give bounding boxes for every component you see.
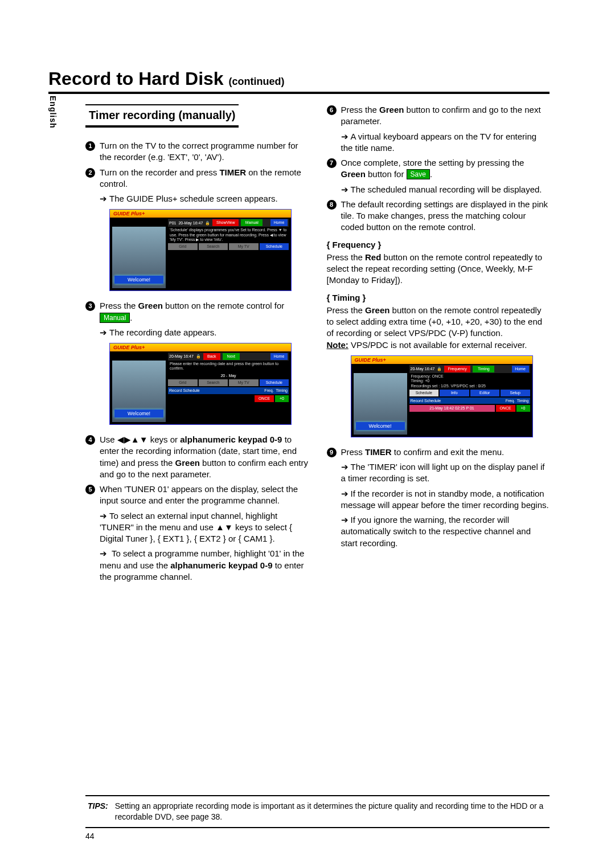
step-bullet: 5	[85, 485, 95, 494]
right-column: 6 Press the Green button to confirm and …	[327, 104, 550, 586]
right-pane: P01 20-May 16:47 🔒 ShowView Manual Home …	[168, 219, 289, 289]
step-7: 7 Once complete, store the setting by pr…	[327, 157, 550, 181]
record-schedule-bar: Record Schedule Freq. Timing	[409, 398, 530, 404]
nav-row: Grid Search My TV Schedule	[168, 243, 289, 250]
timing-btn[interactable]: Timing	[473, 366, 494, 372]
result-line: To select a programme number, highlight …	[100, 548, 309, 583]
schedule-btn[interactable]: Schedule	[260, 379, 289, 386]
grid-btn[interactable]: Grid	[168, 379, 198, 386]
result-line: The 'TIMER' icon will light up on the di…	[341, 461, 550, 485]
frequency-heading: { Frequency }	[327, 239, 550, 251]
step-5: 5 When 'TUNER 01' appears on the display…	[85, 484, 309, 507]
step-bullet: 6	[327, 105, 337, 115]
timing-heading: { Timing }	[327, 292, 550, 304]
manual-page: English Record to Hard Disk (continued) …	[0, 0, 615, 868]
step-body: Use ◀▶▲▼ keys or alphanumeric keypad 0-9…	[100, 434, 309, 480]
schedule-btn[interactable]: Schedule	[260, 243, 289, 250]
manual-button[interactable]: Manual	[241, 219, 263, 226]
head-bar: 20-May 16:47 🔒 Back Next Home	[168, 353, 289, 361]
grid-btn[interactable]: Grid	[168, 243, 198, 250]
step-body: When 'TUNER 01' appears on the display, …	[100, 484, 309, 507]
step-8: 8 The default recording settings are dis…	[327, 199, 550, 234]
preview-pane: Welcome!	[354, 373, 407, 435]
welcome-tile: Welcome!	[114, 276, 163, 284]
search-btn[interactable]: Search	[199, 243, 228, 250]
frequency-btn[interactable]: Frequency	[444, 366, 470, 372]
plus0-val: +0	[516, 405, 530, 412]
info-btn[interactable]: Info	[440, 390, 469, 396]
help-text: 'Schedule' displays programmes you've Se…	[168, 227, 289, 243]
logo-band: GUIDE Plus+	[351, 356, 532, 364]
schedule-btn[interactable]: Schedule	[409, 390, 439, 396]
step-9: 9 Press TIMER to confirm and exit the me…	[327, 447, 550, 458]
search-btn[interactable]: Search	[199, 379, 228, 386]
step-4: 4 Use ◀▶▲▼ keys or alphanumeric keypad 0…	[85, 434, 309, 480]
step-body: Press the Green button on the remote con…	[100, 300, 309, 324]
nav-row: Schedule Info Editor Setup	[409, 390, 530, 396]
step-3: 3 Press the Green button on the remote c…	[85, 300, 309, 324]
home-button[interactable]: Home	[270, 219, 288, 226]
step-bullet: 9	[327, 448, 337, 457]
step-bullet: 2	[85, 168, 95, 178]
step-2: 2 Turn on the recorder and press TIMER o…	[85, 167, 309, 190]
info-text: Frequency: ONCE Timing: +0 Recordings se…	[409, 373, 530, 390]
tips-box: TIPS: Setting an appropriate recording m…	[85, 795, 550, 828]
page-number: 44	[85, 832, 95, 841]
welcome-tile: Welcome!	[356, 422, 405, 430]
home-btn[interactable]: Home	[512, 366, 529, 372]
mid-value: 20 - May	[168, 372, 289, 379]
result-line: To select an external input channel, hig…	[100, 510, 309, 545]
logo-band: GUIDE Plus+	[110, 210, 291, 218]
step-bullet: 4	[85, 435, 95, 445]
nav-row: Grid Search My TV Schedule	[168, 379, 289, 386]
preview-pane: Welcome!	[112, 361, 166, 422]
once-val: ONCE	[496, 405, 515, 412]
plus0-val: +0	[275, 395, 289, 402]
showview-button[interactable]: ShowView	[212, 219, 239, 226]
back-btn[interactable]: Back	[203, 353, 220, 360]
welcome-tile: Welcome!	[114, 410, 163, 417]
title-main: Record to Hard Disk	[48, 68, 224, 89]
setup-btn[interactable]: Setup	[501, 390, 530, 396]
head-bar: 20-May 16:47 🔒 Frequency Timing Home	[409, 365, 530, 373]
next-btn[interactable]: Next	[223, 353, 240, 360]
section-subtitle: Timer recording (manually)	[85, 104, 239, 128]
step-body: Press TIMER to confirm and exit the menu…	[341, 447, 550, 458]
language-tab: English	[48, 96, 58, 129]
right-pane: 20-May 16:47 🔒 Frequency Timing Home Fre…	[409, 365, 530, 436]
record-schedule-bar: Record Schedule Freq. Timing	[168, 387, 289, 394]
step-bullet: 1	[85, 141, 95, 151]
home-btn[interactable]: Home	[270, 353, 288, 360]
frequency-body: Press the Red button on the remote contr…	[327, 252, 550, 286]
lock-icon: 🔒	[437, 366, 442, 371]
result-line: The scheduled manual recording will be d…	[341, 184, 550, 195]
step-6: 6 Press the Green button to confirm and …	[327, 104, 550, 128]
lock-icon: 🔒	[205, 220, 210, 226]
tips-text: Setting an appropriate recording mode is…	[115, 801, 547, 822]
step-body: Press the Green button to confirm and go…	[341, 104, 550, 128]
save-tag: Save	[407, 169, 430, 179]
logo-band: GUIDE Plus+	[110, 343, 291, 351]
editor-btn[interactable]: Editor	[470, 390, 500, 396]
mytv-btn[interactable]: My TV	[229, 379, 259, 386]
tips-label: TIPS:	[88, 801, 108, 822]
guide-screenshot-2: GUIDE Plus+ Welcome! 20-May 16:47 🔒 Back…	[109, 343, 292, 425]
step-bullet: 3	[85, 301, 95, 311]
step-body: Turn on the TV to the correct programme …	[100, 140, 309, 163]
right-pane: 20-May 16:47 🔒 Back Next Home Please ent…	[168, 353, 289, 423]
guide-screenshot-3: GUIDE Plus+ Welcome! 20-May 16:47 🔒 Freq…	[351, 355, 533, 437]
step-body: Once complete, store the setting by pres…	[341, 157, 550, 181]
value-row: ONCE +0	[168, 395, 289, 402]
green-word: Green	[138, 301, 163, 310]
preview-pane: Welcome!	[112, 227, 166, 288]
result-line: The recording date appears.	[100, 327, 309, 338]
result-line: If the recorder is not in standby mode, …	[341, 488, 550, 511]
left-column: Timer recording (manually) 1 Turn on the…	[85, 104, 309, 586]
lock-icon: 🔒	[196, 354, 201, 359]
head-bar: P01 20-May 16:47 🔒 ShowView Manual Home	[168, 219, 289, 227]
mytv-btn[interactable]: My TV	[229, 243, 259, 250]
title-rule	[48, 92, 550, 94]
once-val: ONCE	[255, 395, 274, 402]
title-sub: (continued)	[229, 76, 285, 87]
timer-key: TIMER	[219, 167, 246, 177]
